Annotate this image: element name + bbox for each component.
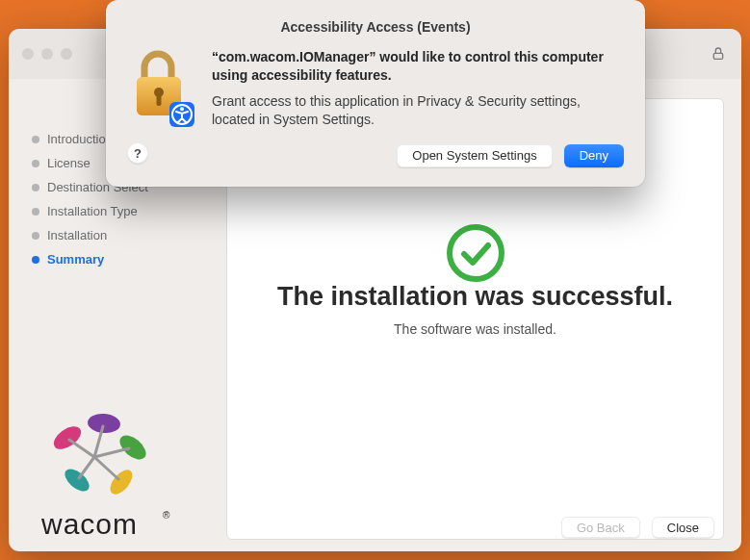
success-check-icon xyxy=(447,224,504,282)
svg-point-2 xyxy=(87,413,121,435)
wacom-logo-icon: wacom ® xyxy=(32,409,195,544)
footer-buttons: Go Back Close xyxy=(561,517,714,538)
success-subtitle: The software was installed. xyxy=(394,321,556,337)
svg-point-6 xyxy=(450,227,502,279)
bullet-icon xyxy=(32,184,39,191)
dialog-heading: “com.wacom.IOManager” would like to cont… xyxy=(212,48,624,85)
bullet-icon xyxy=(32,160,39,167)
close-button[interactable]: Close xyxy=(652,517,714,538)
brand-mark: ® xyxy=(163,510,170,521)
step-label: License xyxy=(47,156,91,170)
step-summary: Summary xyxy=(32,247,226,271)
svg-point-1 xyxy=(50,421,86,453)
go-back-button: Go Back xyxy=(561,517,640,538)
accessibility-access-dialog: Accessibility Access (Events) xyxy=(106,0,645,187)
bullet-icon xyxy=(32,136,39,143)
open-system-settings-button[interactable]: Open System Settings xyxy=(397,144,552,167)
dialog-buttons: Open System Settings Deny xyxy=(212,144,624,167)
close-window-button[interactable] xyxy=(22,48,34,60)
help-button[interactable]: ? xyxy=(127,142,148,164)
svg-point-13 xyxy=(180,107,184,111)
svg-rect-10 xyxy=(157,94,162,106)
dialog-title: Accessibility Access (Events) xyxy=(127,19,624,35)
dialog-description: Grant access to this application in Priv… xyxy=(212,92,624,129)
step-label: Summary xyxy=(47,252,104,267)
traffic-lights xyxy=(22,48,72,60)
step-label: Introduction xyxy=(47,132,113,146)
zoom-window-button[interactable] xyxy=(61,48,72,60)
minimize-window-button[interactable] xyxy=(41,48,53,60)
brand-logo: wacom ® xyxy=(32,409,226,551)
step-label: Installation Type xyxy=(47,204,138,218)
brand-name: wacom xyxy=(40,508,138,540)
svg-point-3 xyxy=(116,431,150,464)
svg-point-5 xyxy=(61,465,92,496)
deny-button[interactable]: Deny xyxy=(564,144,624,167)
lock-icon xyxy=(711,46,726,62)
svg-rect-0 xyxy=(713,53,722,59)
lock-with-accessibility-badge-icon xyxy=(127,48,194,129)
bullet-icon xyxy=(32,208,39,216)
step-installation: Installation xyxy=(32,223,226,247)
step-installation-type: Installation Type xyxy=(32,199,226,223)
bullet-icon xyxy=(32,256,39,264)
step-label: Installation xyxy=(47,228,107,242)
bullet-icon xyxy=(32,232,39,240)
success-title: The installation was successful. xyxy=(277,282,673,312)
